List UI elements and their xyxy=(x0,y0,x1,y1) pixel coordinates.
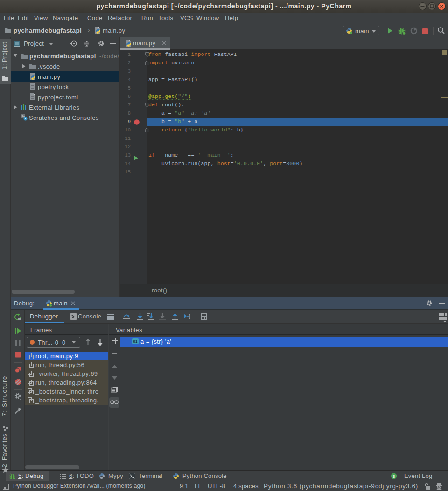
svg-text:3: 3 xyxy=(392,474,395,479)
